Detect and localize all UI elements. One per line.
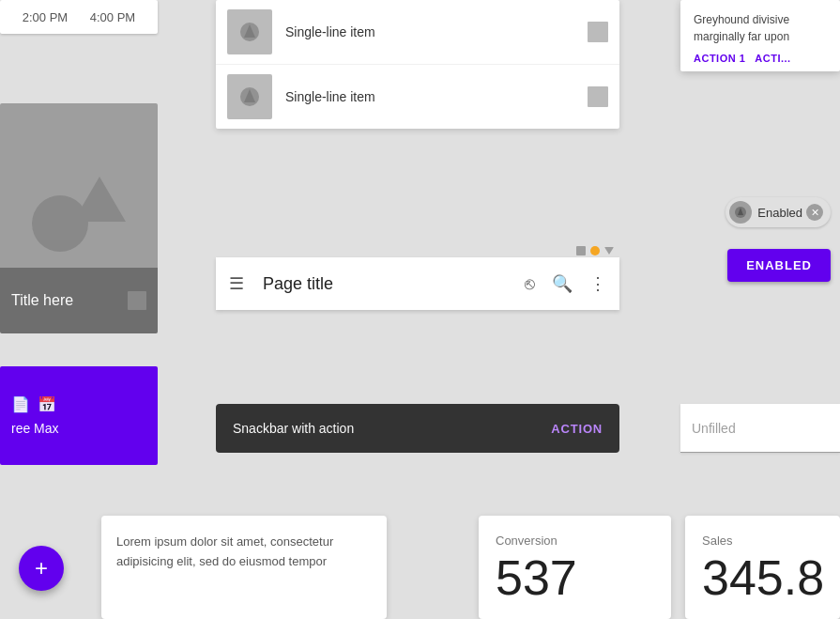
chrome-circle-icon (590, 246, 600, 255)
lorem-card: Lorem ipsum dolor sit amet, consectetur … (101, 516, 387, 619)
left-card-title: ree Max (11, 421, 146, 436)
snackbar: Snackbar with action ACTION (216, 404, 619, 453)
chrome-dropdown-icon (604, 247, 614, 255)
sales-label: Sales (702, 534, 823, 548)
sales-value: 345.8 (702, 553, 823, 602)
media-overlay: Title here (0, 268, 158, 333)
tooltip-action-1[interactable]: ACTION 1 (694, 53, 745, 64)
left-card-icons: 📄 📅 (11, 395, 146, 413)
list-item-2[interactable]: Single-line item (216, 65, 619, 129)
enabled-chip[interactable]: Enabled ✕ (725, 197, 831, 227)
enabled-button[interactable]: ENABLED (727, 249, 831, 282)
left-purple-card: 📄 📅 ree Max (0, 366, 158, 465)
app-bar-chrome (216, 242, 619, 257)
chip-avatar (729, 201, 752, 224)
chip-close-icon[interactable]: ✕ (806, 204, 823, 221)
doc-icon: 📄 (11, 395, 30, 413)
snackbar-action-button[interactable]: ACTION (551, 422, 603, 436)
chrome-rect-icon (576, 246, 586, 255)
sales-card: Sales 345.8 (685, 516, 840, 619)
list-icon-2 (227, 74, 272, 119)
app-bar-container: ☰ Page title ⎋ 🔍 ⋮ (216, 242, 619, 310)
tooltip-card: Greyhound divisive marginally far upon A… (680, 0, 840, 71)
list-thumb-1 (588, 22, 608, 42)
app-bar: ☰ Page title ⎋ 🔍 ⋮ (216, 257, 619, 310)
more-vert-icon[interactable]: ⋮ (589, 273, 606, 294)
menu-icon[interactable]: ☰ (229, 273, 244, 294)
list-item-2-label: Single-line item (285, 89, 588, 104)
unfilled-text-field[interactable]: Unfilled (680, 404, 840, 453)
calendar-icon: 📅 (38, 395, 56, 413)
calendar-time-1: 2:00 PM (23, 10, 68, 24)
conversion-label: Conversion (496, 534, 654, 548)
conversion-card: Conversion 537 (479, 516, 671, 619)
tooltip-text: Greyhound divisive marginally far upon (694, 11, 827, 45)
lorem-text: Lorem ipsum dolor sit amet, consectetur … (116, 533, 372, 572)
media-shapes (32, 177, 126, 261)
media-thumbnail (128, 291, 146, 310)
chip-label: Enabled (757, 206, 802, 220)
media-title: Title here (11, 292, 73, 309)
fab-button[interactable]: + (19, 546, 64, 591)
conversion-value: 537 (496, 553, 654, 602)
calendar-time-2: 4:00 PM (90, 10, 135, 24)
search-icon[interactable]: 🔍 (552, 273, 573, 294)
list-card: Single-line item Single-line item (216, 0, 619, 129)
tooltip-actions: ACTION 1 ACTI... (694, 53, 827, 64)
tooltip-action-2[interactable]: ACTI... (755, 53, 790, 64)
app-bar-title: Page title (263, 274, 525, 294)
media-card: Title here (0, 103, 158, 333)
list-item-1[interactable]: Single-line item (216, 0, 619, 65)
list-icon-1 (227, 9, 272, 54)
list-thumb-2 (588, 86, 608, 107)
shape-triangle (73, 177, 126, 222)
unfilled-label: Unfilled (692, 421, 736, 436)
share-icon[interactable]: ⎋ (525, 274, 535, 294)
list-item-1-label: Single-line item (285, 24, 588, 39)
snackbar-message: Snackbar with action (233, 421, 354, 436)
calendar-strip: 2:00 PM 4:00 PM (0, 0, 158, 34)
app-bar-actions: ⎋ 🔍 ⋮ (525, 273, 606, 294)
